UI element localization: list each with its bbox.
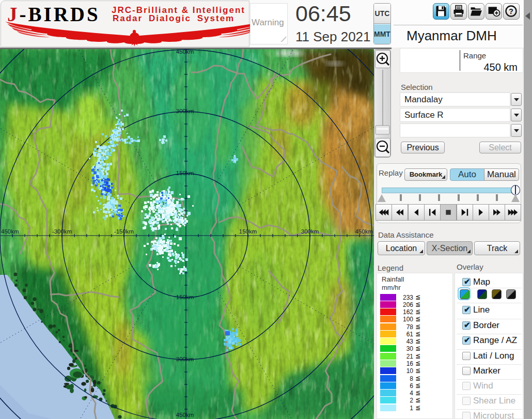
svg-text:300km: 300km	[301, 228, 319, 235]
svg-text:450km: 450km	[176, 412, 194, 418]
svg-text:-300km: -300km	[52, 228, 72, 235]
svg-text:150km: 150km	[239, 228, 257, 235]
svg-text:150km: 150km	[176, 294, 194, 300]
svg-text:450km: 450km	[176, 49, 194, 55]
svg-text:450km: 450km	[1, 228, 19, 235]
svg-text:?: ?	[509, 7, 513, 15]
svg-text:450km: 450km	[355, 228, 373, 235]
svg-text:150km: 150km	[176, 170, 194, 176]
svg-text:-150km: -150km	[114, 228, 134, 235]
svg-text:300km: 300km	[176, 356, 194, 362]
svg-text:300km: 300km	[176, 108, 194, 114]
